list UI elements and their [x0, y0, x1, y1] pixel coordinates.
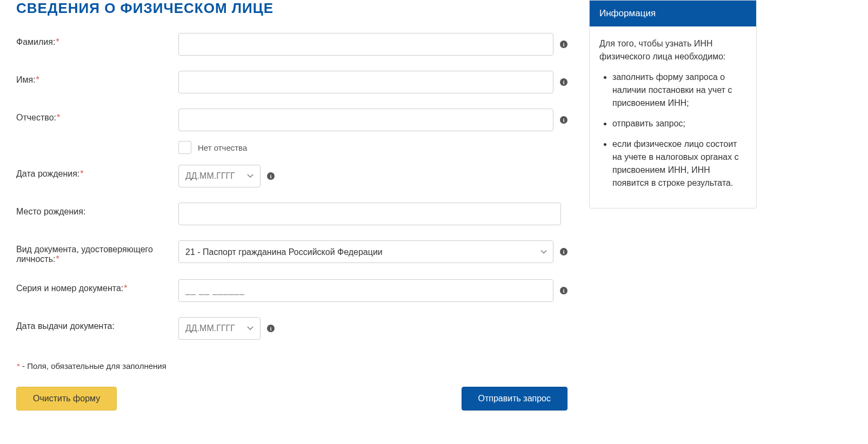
- svg-text:i: i: [563, 79, 565, 85]
- birth-date-row: Дата рождения:* ДД.ММ.ГГГГ i: [16, 165, 567, 187]
- svg-text:i: i: [563, 288, 565, 294]
- doc-date-input[interactable]: ДД.ММ.ГГГГ: [178, 317, 261, 340]
- birth-place-label: Место рождения:: [16, 203, 178, 217]
- patronymic-label: Отчество:*: [16, 109, 178, 123]
- info-icon[interactable]: i: [560, 287, 567, 294]
- required-star: *: [56, 37, 59, 46]
- no-patronymic-wrap: Нет отчества: [178, 141, 567, 154]
- sidebar: Информация Для того, чтобы узнать ИНН фи…: [589, 0, 757, 421]
- info-icon[interactable]: i: [560, 116, 567, 124]
- submit-button[interactable]: Отправить запрос: [462, 387, 567, 411]
- info-icon[interactable]: i: [267, 325, 275, 332]
- svg-text:i: i: [563, 249, 565, 255]
- patronymic-row: Отчество:* i: [16, 109, 567, 131]
- doc-number-input[interactable]: [178, 279, 553, 302]
- doc-date-label: Дата выдачи документа:: [16, 317, 178, 331]
- info-icon[interactable]: i: [267, 172, 275, 180]
- doc-type-label: Вид документа, удостоверяющего личность:…: [16, 240, 178, 264]
- button-row: Очистить форму Отправить запрос: [16, 387, 567, 411]
- chevron-down-icon: [247, 171, 253, 181]
- required-star: *: [124, 284, 127, 293]
- svg-text:i: i: [563, 117, 565, 123]
- info-intro: Для того, чтобы узнать ИНН физического л…: [599, 37, 746, 63]
- required-star: *: [80, 169, 83, 178]
- birth-date-input[interactable]: ДД.ММ.ГГГГ: [178, 165, 261, 187]
- svg-text:i: i: [563, 42, 565, 48]
- patronymic-input[interactable]: [178, 109, 553, 131]
- no-patronymic-checkbox[interactable]: [178, 141, 191, 154]
- info-icon[interactable]: i: [560, 248, 567, 255]
- surname-input[interactable]: [178, 33, 553, 56]
- birth-place-input[interactable]: [178, 203, 561, 225]
- svg-text:i: i: [270, 326, 272, 332]
- required-star: *: [57, 113, 60, 122]
- name-input[interactable]: [178, 71, 553, 93]
- required-star: *: [36, 75, 39, 84]
- chevron-down-icon: [247, 324, 253, 333]
- doc-number-label: Серия и номер документа:*: [16, 279, 178, 293]
- birth-date-label: Дата рождения:*: [16, 165, 178, 179]
- info-list-item: если физическое лицо состоит на учете в …: [612, 138, 746, 190]
- name-label: Имя:*: [16, 71, 178, 85]
- info-panel-header: Информация: [590, 1, 756, 26]
- info-icon[interactable]: i: [560, 41, 567, 48]
- surname-row: Фамилия:* i: [16, 33, 567, 56]
- svg-text:i: i: [270, 173, 272, 179]
- name-row: Имя:* i: [16, 71, 567, 93]
- clear-button[interactable]: Очистить форму: [16, 387, 117, 411]
- info-list-item: отправить запрос;: [612, 117, 746, 130]
- birth-place-row: Место рождения:: [16, 203, 567, 225]
- surname-label: Фамилия:*: [16, 33, 178, 47]
- info-list-item: заполнить форму запроса о наличии постан…: [612, 71, 746, 110]
- doc-type-row: Вид документа, удостоверяющего личность:…: [16, 240, 567, 264]
- info-icon[interactable]: i: [560, 78, 567, 86]
- required-note: * - Поля, обязательные для заполнения: [16, 361, 567, 371]
- info-panel-body: Для того, чтобы узнать ИНН физического л…: [590, 26, 756, 208]
- doc-number-row: Серия и номер документа:* i: [16, 279, 567, 302]
- no-patronymic-label: Нет отчества: [198, 143, 247, 152]
- doc-date-row: Дата выдачи документа: ДД.ММ.ГГГГ i: [16, 317, 567, 340]
- doc-type-select[interactable]: 21 - Паспорт гражданина Российской Федер…: [178, 240, 553, 263]
- required-star: *: [56, 254, 59, 264]
- page-title: СВЕДЕНИЯ О ФИЗИЧЕСКОМ ЛИЦЕ: [16, 0, 567, 17]
- info-panel: Информация Для того, чтобы узнать ИНН фи…: [589, 0, 757, 208]
